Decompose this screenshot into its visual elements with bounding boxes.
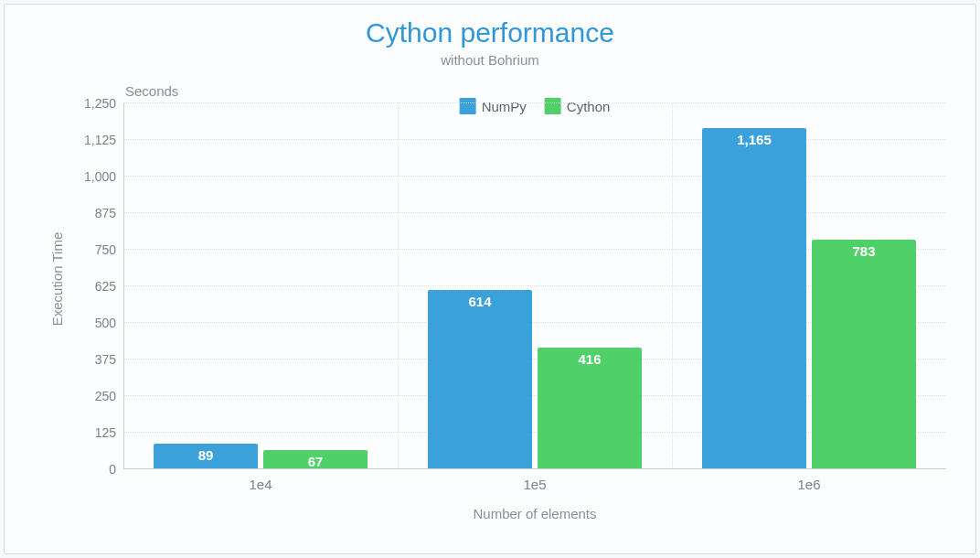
legend-swatch-numpy: [460, 98, 476, 114]
grid-hline: [123, 176, 946, 177]
chart-subtitle: without Bohrium: [5, 52, 975, 68]
x-tick-label: 1e4: [249, 469, 272, 492]
legend-label-cython: Cython: [567, 99, 611, 114]
grid-hline: [123, 139, 946, 140]
y-tick-label: 1,000: [84, 169, 123, 184]
x-axis-label: Number of elements: [123, 506, 946, 521]
x-tick-label: 1e5: [523, 469, 546, 492]
grid-hline: [123, 212, 946, 213]
y-tick-label: 1,250: [84, 96, 123, 111]
bar-numpy-1e5: 614: [428, 290, 532, 469]
bar-cython-1e6: 783: [812, 240, 916, 469]
bar-value-label: 67: [263, 454, 368, 469]
bar-numpy-1e4: 89: [154, 444, 258, 469]
legend-item-numpy: NumPy: [460, 98, 527, 114]
y-tick-label: 875: [95, 206, 123, 220]
grid-vline: [398, 103, 399, 469]
bar-value-label: 416: [538, 351, 642, 367]
bar-value-label: 614: [428, 294, 532, 309]
y-tick-label: 375: [95, 352, 123, 367]
legend: NumPy Cython: [460, 98, 611, 114]
x-tick-label: 1e6: [797, 469, 820, 492]
y-tick-label: 750: [95, 242, 123, 257]
grid-vline: [672, 103, 673, 469]
y-tick-label: 250: [95, 389, 123, 403]
bar-numpy-1e6: 1,165: [702, 128, 806, 469]
y-tick-label: 625: [95, 279, 123, 294]
bar-value-label: 1,165: [702, 132, 806, 147]
y-unit-label: Seconds: [125, 83, 178, 99]
bar-value-label: 89: [154, 447, 258, 463]
y-tick-label: 500: [95, 316, 123, 330]
chart-title: Cython performance: [5, 17, 975, 48]
grid-hline: [123, 102, 946, 103]
y-tick-label: 125: [95, 425, 123, 440]
legend-swatch-cython: [545, 98, 561, 114]
y-axis-label: Execution Time: [49, 232, 65, 327]
bar-cython-1e4: 67: [263, 450, 368, 469]
y-tick-label: 0: [109, 462, 123, 477]
chart-card: Cython performance without Bohrium Secon…: [4, 4, 976, 554]
legend-item-cython: Cython: [545, 98, 611, 114]
bar-cython-1e5: 416: [538, 348, 642, 469]
y-tick-label: 1,125: [84, 133, 123, 147]
plot-area: NumPy Cython 01252503755006257508751,000…: [123, 103, 946, 469]
legend-label-numpy: NumPy: [482, 99, 527, 114]
bar-value-label: 783: [812, 243, 916, 259]
y-axis-line: [123, 103, 124, 469]
